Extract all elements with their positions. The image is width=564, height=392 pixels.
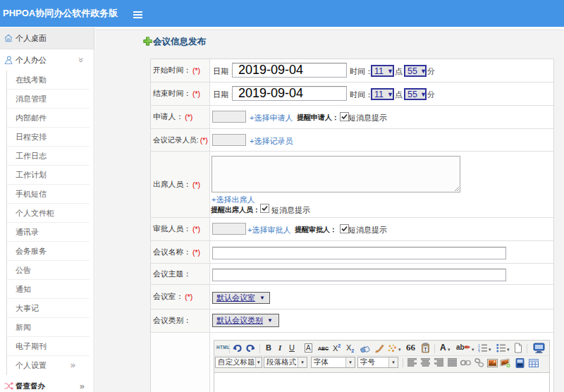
svg-text:3: 3 — [478, 350, 480, 353]
svg-text:T: T — [424, 347, 427, 352]
